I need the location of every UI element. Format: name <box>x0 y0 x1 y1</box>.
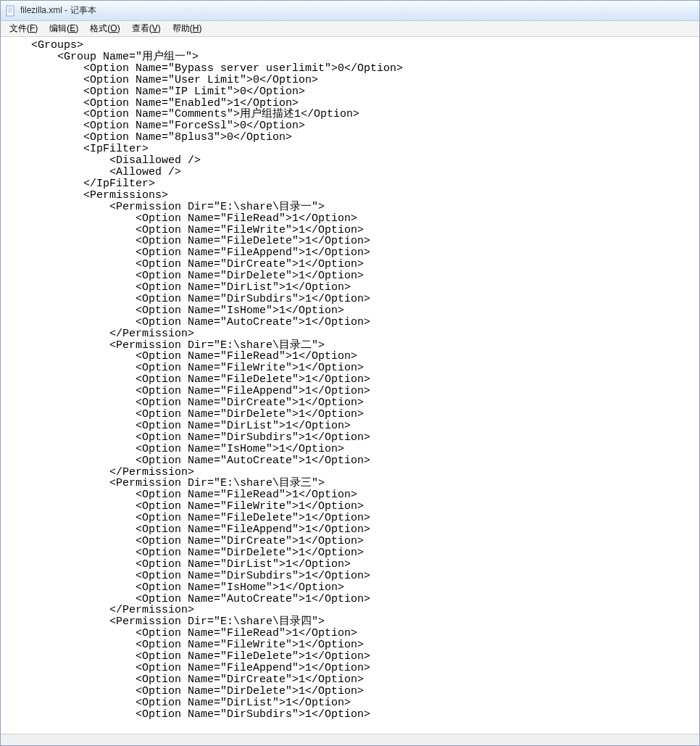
menu-edit[interactable]: 编辑(E) <box>43 21 84 36</box>
line: <Option Name="8plus3">0</Option> <box>5 131 292 144</box>
menu-help[interactable]: 帮助(H) <box>167 21 208 36</box>
line: <Option Name="DirList">1</Option> <box>5 420 351 432</box>
menu-file[interactable]: 文件(F) <box>4 21 43 36</box>
line: <Option Name="FileAppend">1</Option> <box>5 523 370 536</box>
line: <Option Name="DirSubdirs">1</Option> <box>5 431 370 444</box>
line: <Option Name="DirDelete">1</Option> <box>5 685 364 697</box>
line: <Option Name="FileRead">1</Option> <box>5 489 357 501</box>
line: <IpFilter> <box>5 143 149 155</box>
line: <Disallowed /> <box>5 154 201 167</box>
line: <Option Name="FileAppend">1</Option> <box>5 246 370 259</box>
line: <Option Name="DirDelete">1</Option> <box>5 547 364 559</box>
statusbar <box>1 734 699 746</box>
line: <Option Name="DirList">1</Option> <box>5 697 351 709</box>
menu-view[interactable]: 查看(V) <box>126 21 167 36</box>
line: <Option Name="FileAppend">1</Option> <box>5 662 370 674</box>
line: <Permissions> <box>5 189 168 202</box>
line: <Option Name="IsHome">1</Option> <box>5 581 344 594</box>
line: <Option Name="DirSubdirs">1</Option> <box>5 293 370 305</box>
line: <Option Name="FileWrite">1</Option> <box>5 500 364 513</box>
line: </Permission> <box>5 328 194 340</box>
line: <Permission Dir="E:\share\目录二"> <box>5 339 325 352</box>
line: <Option Name="DirCreate">1</Option> <box>5 258 364 270</box>
line: <Option Name="FileDelete">1</Option> <box>5 650 370 663</box>
line: </Permission> <box>5 604 194 616</box>
line: <Option Name="Enabled">1</Option> <box>5 97 299 109</box>
line: <Option Name="AutoCreate">1</Option> <box>5 316 370 328</box>
line: <Allowed /> <box>5 166 181 178</box>
line: <Option Name="DirDelete">1</Option> <box>5 270 364 282</box>
line: <Option Name="ForceSsl">0</Option> <box>5 120 305 132</box>
line: <Option Name="FileDelete">1</Option> <box>5 235 370 247</box>
line: <Option Name="AutoCreate">1</Option> <box>5 593 370 605</box>
line: <Option Name="DirCreate">1</Option> <box>5 535 364 547</box>
line: <Option Name="FileWrite">1</Option> <box>5 224 364 236</box>
line: <Group Name="用户组一"> <box>5 51 199 63</box>
text-area[interactable]: <Groups> <Group Name="用户组一"> <Option Nam… <box>1 37 699 734</box>
line: <Permission Dir="E:\share\目录三"> <box>5 477 325 489</box>
line: </Permission> <box>5 466 194 478</box>
line: <Option Name="FileWrite">1</Option> <box>5 362 364 374</box>
line: <Option Name="DirCreate">1</Option> <box>5 397 364 409</box>
line: <Permission Dir="E:\share\目录四"> <box>5 616 325 628</box>
menu-format[interactable]: 格式(O) <box>84 21 125 36</box>
line: <Option Name="DirList">1</Option> <box>5 281 351 294</box>
line: </IpFilter> <box>5 178 155 190</box>
line: <Option Name="DirSubdirs">1</Option> <box>5 708 370 721</box>
line: <Option Name="IsHome">1</Option> <box>5 443 344 455</box>
line: <Groups> <box>5 39 83 51</box>
line: <Option Name="FileDelete">1</Option> <box>5 512 370 524</box>
line: <Option Name="DirDelete">1</Option> <box>5 408 364 420</box>
line: <Option Name="Comments">用户组描述1</Option> <box>5 108 359 120</box>
line: <Option Name="FileRead">1</Option> <box>5 212 357 225</box>
line: <Option Name="FileRead">1</Option> <box>5 350 357 362</box>
line: <Permission Dir="E:\share\目录一"> <box>5 201 325 213</box>
line: <Option Name="IsHome">1</Option> <box>5 304 344 317</box>
line: <Option Name="DirSubdirs">1</Option> <box>5 570 370 582</box>
line: <Option Name="Bypass server userlimit">0… <box>5 62 403 75</box>
line: <Option Name="IP Limit">0</Option> <box>5 86 305 98</box>
line: <Option Name="User Limit">0</Option> <box>5 74 318 86</box>
window-title: filezilla.xml - 记事本 <box>20 4 96 17</box>
line: <Option Name="FileWrite">1</Option> <box>5 639 364 651</box>
menubar: 文件(F) 编辑(E) 格式(O) 查看(V) 帮助(H) <box>1 21 699 37</box>
titlebar: filezilla.xml - 记事本 <box>1 1 699 21</box>
line: <Option Name="DirCreate">1</Option> <box>5 674 364 686</box>
line: <Option Name="DirList">1</Option> <box>5 558 351 571</box>
line: <Option Name="AutoCreate">1</Option> <box>5 455 370 467</box>
line: <Option Name="FileDelete">1</Option> <box>5 373 370 386</box>
notepad-icon <box>5 5 17 17</box>
line: <Option Name="FileAppend">1</Option> <box>5 385 370 397</box>
line: <Option Name="FileRead">1</Option> <box>5 627 357 639</box>
